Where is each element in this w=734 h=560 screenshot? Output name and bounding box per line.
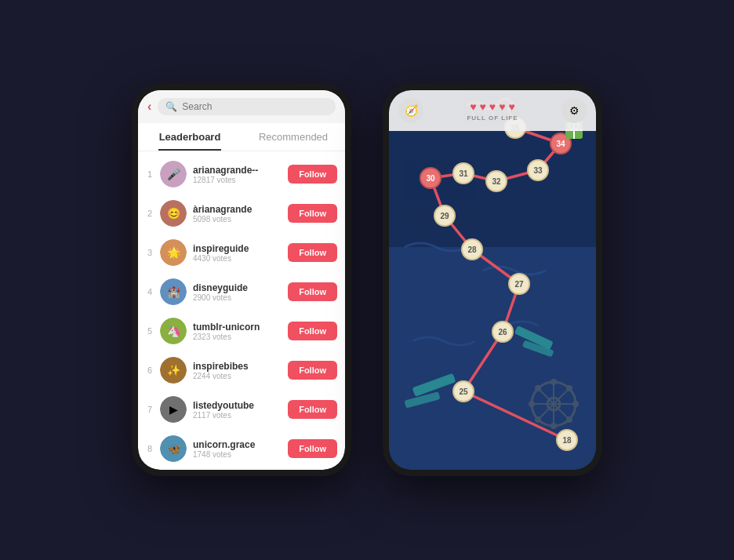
svg-text:29: 29 [440, 212, 449, 220]
leaderboard-list: 1 🎤 arianagrande-- 12817 votes Follow 2 … [138, 151, 345, 470]
list-item: 3 🌟 inspireguide 4430 votes Follow [138, 233, 345, 272]
svg-text:30: 30 [426, 174, 435, 183]
search-input[interactable] [182, 101, 328, 112]
devices-container: ‹ 🔍 Leaderboard Recommended 1 🎤 arianagr… [132, 84, 602, 476]
svg-point-19 [566, 416, 572, 423]
follow-button[interactable]: Follow [288, 322, 337, 340]
user-info: inspirebibes 2244 votes [193, 361, 282, 380]
list-item: 8 🦋 unicorn.grace 1748 votes Follow [138, 429, 345, 468]
follow-button[interactable]: Follow [288, 361, 337, 380]
list-item: 7 ▶ listedyoutube 2117 votes Follow [138, 390, 345, 429]
follow-button[interactable]: Follow [288, 204, 337, 223]
heart-2: ♥ [480, 100, 486, 113]
avatar: 😊 [160, 200, 187, 227]
svg-text:34: 34 [556, 140, 565, 148]
user-info: unicorn.grace 1748 votes [193, 439, 282, 459]
list-item: 5 🦄 tumblr-unicorn 2323 votes Follow [138, 311, 345, 351]
follow-button[interactable]: Follow [288, 243, 337, 262]
list-item: 4 🏰 disneyguide 2900 votes Follow [138, 272, 345, 311]
user-info: disneyguide 2900 votes [193, 282, 282, 302]
avatar: 🦋 [160, 435, 187, 462]
back-button[interactable]: ‹ [147, 100, 151, 114]
search-icon: 🔍 [165, 101, 177, 112]
svg-text:28: 28 [467, 245, 477, 254]
svg-point-17 [550, 423, 557, 429]
svg-point-14 [529, 401, 535, 407]
svg-text:27: 27 [514, 280, 524, 289]
heart-1: ♥ [470, 100, 476, 113]
hearts-section: ♥ ♥ ♥ ♥ ♥ FULL OF LIFE [467, 100, 518, 122]
follow-button[interactable]: Follow [288, 439, 337, 458]
user-info: listedyoutube 2117 votes [193, 400, 282, 420]
svg-text:33: 33 [533, 166, 543, 175]
game-map: 18 25 26 27 28 29 30 [389, 90, 596, 470]
list-item: 6 ✨ inspirebibes 2244 votes Follow [138, 351, 345, 390]
svg-point-16 [550, 379, 557, 385]
tab-leaderboard[interactable]: Leaderboard [138, 123, 242, 151]
user-info: inspireguide 4430 votes [193, 243, 282, 263]
avatar: ✨ [160, 357, 187, 384]
left-screen: ‹ 🔍 Leaderboard Recommended 1 🎤 arianagr… [138, 90, 345, 470]
svg-point-18 [535, 385, 541, 391]
svg-point-21 [535, 416, 541, 423]
tabs: Leaderboard Recommended [138, 123, 345, 151]
compass-button[interactable]: 🧭 [398, 98, 423, 123]
svg-point-20 [566, 385, 572, 391]
svg-text:31: 31 [459, 169, 468, 178]
avatar: ▶ [160, 396, 187, 423]
search-wrapper: 🔍 [158, 98, 336, 115]
avatar: 🌟 [160, 239, 187, 266]
search-bar: ‹ 🔍 [138, 90, 345, 123]
list-item: 2 😊 àrianagrande 5098 votes Follow [138, 194, 345, 233]
follow-button[interactable]: Follow [288, 282, 337, 301]
heart-4: ♥ [499, 100, 505, 113]
settings-icon: ⚙ [569, 104, 580, 117]
avatar: 🏰 [160, 278, 187, 305]
compass-icon: 🧭 [405, 104, 418, 117]
heart-5: ♥ [508, 100, 514, 113]
avatar: 🎤 [160, 161, 187, 187]
svg-point-15 [572, 401, 579, 407]
follow-button[interactable]: Follow [288, 400, 337, 419]
settings-button[interactable]: ⚙ [561, 98, 587, 123]
svg-text:25: 25 [459, 387, 468, 396]
follow-button[interactable]: Follow [288, 165, 337, 184]
right-phone: 🧭 ♥ ♥ ♥ ♥ ♥ FULL OF LIFE ⚙ [383, 84, 602, 476]
right-screen: 🧭 ♥ ♥ ♥ ♥ ♥ FULL OF LIFE ⚙ [389, 90, 596, 470]
user-info: tumblr-unicorn 2323 votes [193, 322, 282, 341]
user-info: àrianagrande 5098 votes [193, 204, 282, 224]
svg-text:26: 26 [498, 328, 507, 336]
tab-recommended[interactable]: Recommended [242, 123, 345, 151]
left-phone: ‹ 🔍 Leaderboard Recommended 1 🎤 arianagr… [132, 84, 351, 476]
avatar: 🦄 [160, 318, 187, 344]
list-item: 9 💀 -blurryface- 1578 votes Follow [138, 468, 345, 470]
life-label: FULL OF LIFE [467, 115, 518, 122]
list-item: 1 🎤 arianagrande-- 12817 votes Follow [138, 155, 345, 194]
user-info: arianagrande-- 12817 votes [193, 165, 282, 184]
game-header: 🧭 ♥ ♥ ♥ ♥ ♥ FULL OF LIFE ⚙ [389, 90, 596, 131]
svg-text:18: 18 [562, 436, 572, 445]
hearts-display: ♥ ♥ ♥ ♥ ♥ [470, 100, 515, 113]
heart-3: ♥ [489, 100, 496, 113]
svg-text:32: 32 [492, 177, 501, 186]
